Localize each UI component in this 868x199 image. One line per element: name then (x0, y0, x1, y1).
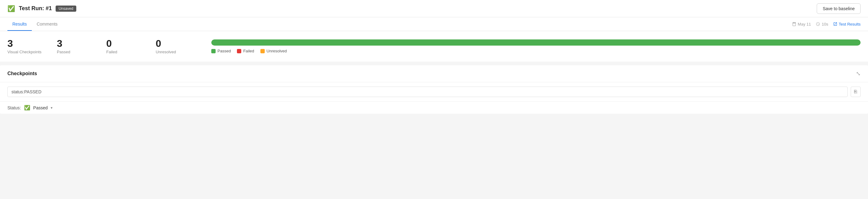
checkpoints-section: Checkpoints ⤡ ⎘ Status: ✅ Passed ▾ (0, 65, 868, 114)
progress-bar-fill (211, 39, 861, 46)
passed-dot (211, 49, 216, 53)
stat-failed: 0 Failed (106, 39, 156, 54)
legend: Passed Failed Unresolved (211, 49, 861, 53)
duration-meta: 10s (816, 22, 828, 27)
stat-unresolved: 0 Unresolved (156, 39, 205, 54)
test-run-title: Test Run: #1 (19, 5, 52, 12)
duration-value: 10s (822, 22, 828, 27)
filter-bar: ⎘ (0, 82, 868, 102)
test-results-label: Test Results (839, 22, 861, 27)
passed-label: Passed (57, 50, 106, 54)
unresolved-dot (260, 49, 265, 53)
date-meta: May 11 (792, 22, 811, 27)
checkpoints-title: Checkpoints (7, 71, 37, 76)
failed-number: 0 (106, 39, 156, 48)
legend-passed: Passed (211, 49, 231, 53)
legend-passed-label: Passed (217, 49, 231, 53)
header-right: Save to baseline (817, 3, 861, 14)
status-filter-label: Status: (7, 105, 21, 110)
legend-failed-label: Failed (243, 49, 254, 53)
unresolved-number: 0 (156, 39, 205, 48)
progress-legend-area: Passed Failed Unresolved (211, 39, 861, 53)
status-dropdown-arrow[interactable]: ▾ (51, 106, 53, 110)
status-passed-text: Passed (33, 105, 48, 110)
calendar-icon (792, 22, 796, 26)
status-filter-row: Status: ✅ Passed ▾ (0, 102, 868, 114)
tabs-meta: May 11 10s Test Results (792, 22, 861, 27)
tabs-left: Results Comments (7, 17, 62, 31)
unsaved-badge: Unsaved (56, 5, 76, 12)
external-link-icon (833, 22, 837, 26)
status-check-icon: ✅ (24, 105, 30, 111)
tab-comments[interactable]: Comments (32, 17, 63, 31)
tab-results[interactable]: Results (7, 17, 32, 31)
failed-label: Failed (106, 50, 156, 54)
header-left: ✅ Test Run: #1 Unsaved (7, 5, 76, 12)
legend-failed: Failed (237, 49, 254, 53)
copy-filter-button[interactable]: ⎘ (851, 87, 861, 97)
tabs-bar: Results Comments May 11 10s Test Results (0, 17, 868, 31)
date-value: May 11 (798, 22, 811, 27)
failed-dot (237, 49, 241, 53)
app-header: ✅ Test Run: #1 Unsaved Save to baseline (0, 0, 868, 17)
collapse-icon[interactable]: ⤡ (856, 70, 861, 77)
stats-section: 3 Visual Checkpoints 3 Passed 0 Failed 0… (0, 31, 868, 62)
stat-visual-checkpoints: 3 Visual Checkpoints (7, 39, 57, 54)
stat-passed: 3 Passed (57, 39, 106, 54)
checkpoints-header: Checkpoints ⤡ (0, 65, 868, 82)
progress-bar (211, 39, 861, 46)
clock-icon (816, 22, 820, 26)
filter-input[interactable] (7, 87, 847, 97)
save-to-baseline-button[interactable]: Save to baseline (817, 3, 861, 14)
checkpoints-label: Visual Checkpoints (7, 50, 57, 54)
legend-unresolved: Unresolved (260, 49, 287, 53)
legend-unresolved-label: Unresolved (267, 49, 287, 53)
passed-number: 3 (57, 39, 106, 48)
test-results-link[interactable]: Test Results (833, 22, 861, 27)
check-circle-icon: ✅ (7, 5, 15, 12)
checkpoints-number: 3 (7, 39, 57, 48)
unresolved-label: Unresolved (156, 50, 205, 54)
